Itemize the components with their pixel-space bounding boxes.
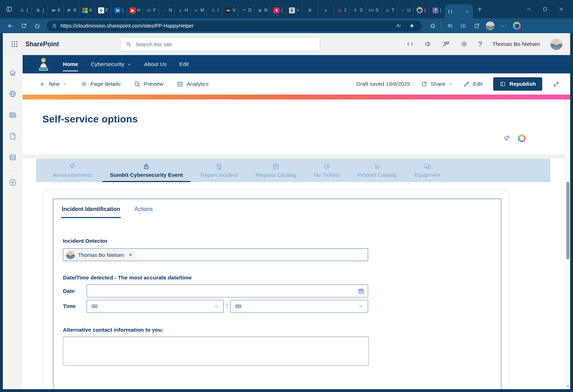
browser-tab[interactable]: GF: [95, 4, 111, 16]
scrollbar-thumb[interactable]: [566, 182, 569, 259]
new-button[interactable]: New: [39, 81, 67, 88]
browser-tab[interactable]: (: [413, 4, 429, 16]
home-icon[interactable]: [31, 20, 43, 31]
maximize-icon[interactable]: [537, 3, 553, 16]
browser-tab[interactable]: Gt: [206, 4, 222, 16]
copilot-icon[interactable]: [518, 134, 526, 142]
nav-item-about-us[interactable]: About Us: [144, 60, 167, 69]
search-input[interactable]: Search this site: [120, 37, 320, 51]
settings-menu-icon[interactable]: [497, 20, 510, 31]
browser-tab[interactable]: KMS: [365, 4, 381, 16]
browser-tab[interactable]: A(: [270, 4, 286, 16]
webpart-tab-report-incident[interactable]: Report Incident: [192, 159, 247, 182]
tab-title-fragment: N: [169, 8, 172, 13]
browser-profile-avatar[interactable]: [484, 20, 496, 31]
tab-close-icon[interactable]: [465, 9, 469, 14]
browser-tab[interactable]: E+: [286, 4, 302, 16]
browser-tab[interactable]: in(: [111, 4, 127, 16]
browser-tab[interactable]: yH: [175, 4, 190, 16]
app-name[interactable]: SharePoint: [25, 41, 59, 48]
new-tab-button[interactable]: [473, 3, 486, 15]
browser-tab[interactable]: ◐U: [397, 4, 413, 16]
browser-tab[interactable]: viioV: [222, 4, 238, 16]
webpart-tab-sumbit-cybersecurity-event[interactable]: Sumbit Cybersecurity Event: [101, 159, 192, 182]
copilot-icon[interactable]: [510, 20, 523, 31]
url-text[interactable]: https://cloudmission.sharepoint.com/site…: [60, 23, 391, 29]
rail-sites-globe-icon[interactable]: [3, 83, 23, 104]
rail-pages-icon[interactable]: [3, 126, 23, 147]
browser-tab[interactable]: D: [302, 4, 318, 16]
expand-icon[interactable]: [553, 81, 560, 88]
share-button[interactable]: Share: [421, 81, 453, 88]
browser-tab[interactable]: ekF: [143, 4, 159, 16]
browser-tab[interactable]: A: [79, 4, 95, 16]
webpart-tab-announcements[interactable]: Announcements: [44, 159, 101, 182]
minimize-icon[interactable]: [521, 3, 537, 16]
browser-tab[interactable]: ◎1: [333, 4, 349, 16]
scrollbar-down-arrow[interactable]: ▼: [565, 385, 570, 388]
time-minute-select[interactable]: 00: [230, 300, 368, 313]
site-logo[interactable]: SUPPORT: [37, 57, 50, 72]
webpart-tab-product-catalog[interactable]: Product Catalog: [349, 159, 406, 182]
favorites-icon[interactable]: [443, 20, 456, 31]
nav-item-cybersecurity[interactable]: Cybersecurity: [91, 60, 131, 69]
rail-home-icon[interactable]: [3, 62, 23, 83]
analytics-button[interactable]: Analytics: [177, 81, 208, 88]
megaphone-icon[interactable]: [424, 40, 432, 48]
browser-tab[interactable]: ◆T: [381, 4, 397, 16]
browser-tab[interactable]: T(: [429, 4, 445, 16]
calendar-icon[interactable]: [358, 288, 365, 295]
browser-tab-active[interactable]: ( |: [445, 4, 473, 18]
web-capture-icon[interactable]: [457, 20, 469, 31]
edit-button[interactable]: Edit: [463, 81, 483, 88]
browser-tab[interactable]: ◠D: [238, 4, 254, 16]
tab-actions[interactable]: Actions: [134, 203, 153, 218]
browser-tab[interactable]: SS: [349, 4, 365, 16]
tab-favicon: in: [114, 7, 120, 13]
person-chip[interactable]: Thomas Bo Nielsen ✕: [65, 250, 137, 260]
remove-person-icon[interactable]: ✕: [129, 252, 132, 258]
feedback-icon[interactable]: [442, 40, 450, 48]
vertical-scrollbar[interactable]: ▼: [565, 99, 570, 389]
webpart-tab-equipment[interactable]: Equipment: [406, 159, 449, 182]
rail-lists-icon[interactable]: [3, 147, 23, 168]
preview-button[interactable]: Preview: [134, 81, 163, 88]
refresh-icon[interactable]: [18, 20, 30, 31]
rail-news-icon[interactable]: [3, 104, 23, 126]
browser-tab[interactable]: G(: [16, 4, 31, 16]
browser-tab[interactable]: c: [318, 4, 333, 16]
browser-tab[interactable]: ▦N: [254, 4, 270, 16]
republish-button[interactable]: Republish: [493, 77, 542, 91]
browser-tab[interactable]: G(: [31, 4, 47, 16]
webpart-tab-my-tickets[interactable]: My Tickets: [305, 159, 348, 182]
webpart-announce-icon[interactable]: [503, 135, 511, 143]
url-field[interactable]: https://cloudmission.sharepoint.com/site…: [47, 20, 422, 31]
webpart-tab-request-catalog[interactable]: Request Catalog: [247, 159, 305, 182]
tab-incident-identification[interactable]: Incident Identification: [61, 203, 121, 218]
favorite-star-icon[interactable]: [407, 21, 417, 30]
page-details-button[interactable]: Page details: [81, 81, 120, 88]
share-icon[interactable]: [470, 20, 483, 31]
app-launcher-waffle-icon[interactable]: [11, 40, 18, 48]
browser-tab[interactable]: ▶H: [127, 4, 143, 16]
browser-tab[interactable]: ◤K: [63, 4, 79, 16]
browser-tab[interactable]: ●N: [159, 4, 175, 16]
browser-tab[interactable]: 365K: [47, 4, 63, 16]
close-icon[interactable]: [553, 3, 569, 16]
date-input[interactable]: [87, 284, 368, 297]
gear-icon[interactable]: [460, 40, 468, 48]
embed-code-icon[interactable]: [406, 40, 414, 48]
read-aloud-icon[interactable]: [394, 21, 404, 30]
help-icon[interactable]: ?: [478, 40, 482, 48]
rail-create-icon[interactable]: [3, 174, 23, 191]
extensions-icon[interactable]: [426, 20, 439, 31]
back-icon[interactable]: [4, 20, 16, 31]
tab-actions-button[interactable]: [3, 3, 16, 15]
time-hour-select[interactable]: 00: [87, 300, 224, 313]
alt-contact-textarea[interactable]: [63, 337, 369, 366]
incident-detector-people-picker[interactable]: Thomas Bo Nielsen ✕: [63, 248, 368, 261]
nav-item-home[interactable]: Home: [63, 60, 78, 69]
browser-tab[interactable]: ≫M: [190, 4, 206, 16]
user-avatar[interactable]: [550, 38, 562, 50]
nav-item-edit[interactable]: Edit: [179, 60, 189, 69]
